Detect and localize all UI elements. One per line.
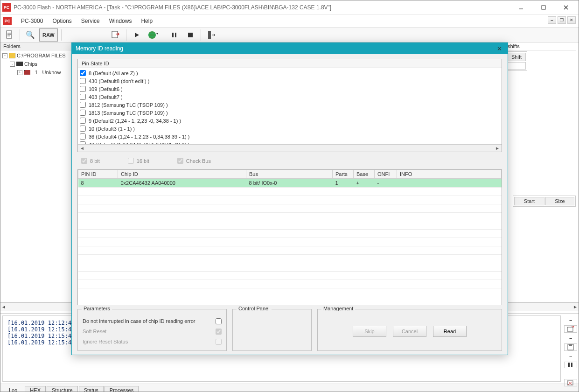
- param-no-interrupt-checkbox[interactable]: [216, 318, 222, 324]
- pin-state-item[interactable]: 1812 (Samsung TLC (TSOP 109) ): [80, 101, 500, 109]
- param-ignore-reset-checkbox[interactable]: [216, 339, 222, 345]
- svg-rect-16: [568, 363, 570, 367]
- col-chip[interactable]: Chip ID: [118, 170, 246, 179]
- pin-state-list: Pin State ID 8 (Default (All are Z) )430…: [77, 59, 502, 152]
- tree-root[interactable]: - C:\PROGRAM FILES: [2, 51, 73, 60]
- pin-state-label: 1813 (Samsung TLC (TSOP 109) ): [89, 110, 168, 116]
- pin-state-item[interactable]: 8 (Default (All are Z) ): [80, 69, 500, 77]
- size-col[interactable]: Size: [545, 197, 574, 205]
- opt-16bit[interactable]: 16 bit: [128, 158, 149, 164]
- tree-node1-label: - 1 - Unknow: [32, 70, 61, 75]
- shift-col[interactable]: Shift: [507, 53, 526, 61]
- pin-state-item[interactable]: 1813 (Samsung TLC (TSOP 109) ): [80, 109, 500, 117]
- toolbar-globe-button[interactable]: [146, 28, 160, 42]
- chip-id-table[interactable]: PIN ID Chip ID Bus Parts Base ONFI INFO …: [77, 169, 502, 305]
- pin-state-checkbox[interactable]: [80, 110, 86, 116]
- shifts-panel: shifts Shift: [506, 42, 576, 71]
- tree-chips[interactable]: - Chips: [2, 60, 73, 68]
- tab-log[interactable]: Log: [4, 386, 24, 392]
- management-title: Management: [321, 306, 355, 311]
- toolbar-raw-button[interactable]: RAW: [39, 28, 58, 42]
- toolbar: 🔍 RAW: [0, 28, 579, 42]
- pin-state-item[interactable]: 43 (Default5(1,24,34,35,38-1;2,23,25,48-…: [80, 140, 500, 144]
- pin-state-checkbox[interactable]: [80, 86, 86, 92]
- pin-state-checkbox[interactable]: [80, 78, 86, 84]
- menu-windows[interactable]: Windows: [105, 16, 137, 26]
- log-clear-button[interactable]: [564, 379, 577, 386]
- log-pause-button[interactable]: [564, 362, 577, 368]
- pin-state-items[interactable]: 8 (Default (All are Z) )430 (Default8 (d…: [78, 68, 502, 144]
- tab-hex[interactable]: HEX: [25, 386, 46, 392]
- tree-node-1[interactable]: + - 1 - Unknow: [2, 68, 73, 77]
- clear-icon: [567, 379, 574, 386]
- pin-state-header[interactable]: Pin State ID: [78, 59, 502, 68]
- log-save-button[interactable]: [564, 343, 577, 351]
- opt-checkbus-checkbox[interactable]: [177, 158, 183, 164]
- toolbar-stop-button[interactable]: [183, 28, 197, 42]
- opt-8bit[interactable]: 8 bit: [81, 158, 100, 164]
- toolbar-pause-button[interactable]: [167, 28, 181, 42]
- pin-state-item[interactable]: 9 (Default2 (1,24 - 1, 2,23 -0, 34,38 - …: [80, 117, 500, 125]
- param-soft-reset-checkbox[interactable]: [216, 329, 222, 335]
- mdi-close-button[interactable]: ✕: [567, 16, 576, 24]
- pin-state-checkbox[interactable]: [80, 102, 86, 108]
- log-open-button[interactable]: [564, 325, 577, 333]
- menu-options[interactable]: Options: [48, 16, 76, 26]
- h-scrollbar[interactable]: ◄►: [78, 144, 502, 152]
- col-onfi[interactable]: ONFI: [375, 170, 397, 179]
- pin-state-item[interactable]: 109 (Default6 ): [80, 85, 500, 93]
- bottom-tabs: Log HEX Structure Status Processes: [0, 384, 579, 392]
- menu-help[interactable]: Help: [136, 16, 157, 26]
- tab-structure[interactable]: Structure: [47, 386, 78, 392]
- pin-state-item[interactable]: 430 (Default8 (don't edit!) ): [80, 77, 500, 85]
- toolbar-exit-button[interactable]: [204, 28, 218, 42]
- menu-pc3000[interactable]: PC-3000: [16, 16, 48, 26]
- tree-collapse-icon[interactable]: -: [2, 53, 7, 58]
- toolbar-export-button[interactable]: [109, 28, 123, 42]
- opt-checkbus[interactable]: Check Bus: [177, 158, 211, 164]
- toolbar-document-button[interactable]: [2, 28, 16, 42]
- pin-state-checkbox[interactable]: [80, 133, 86, 140]
- pin-state-item[interactable]: 36 (Default4 (1,24 - 1,2,23 - 0,34,38,39…: [80, 133, 500, 140]
- tab-status[interactable]: Status: [79, 386, 104, 392]
- maximize-button[interactable]: [533, 1, 554, 14]
- menu-service[interactable]: Service: [77, 16, 105, 26]
- pin-state-item[interactable]: 10 (Default3 (1 - 1) ): [80, 125, 500, 133]
- dialog-close-button[interactable]: ✕: [495, 44, 504, 53]
- col-info[interactable]: INFO: [397, 170, 502, 179]
- opt-16bit-checkbox[interactable]: [128, 158, 134, 164]
- pin-state-checkbox[interactable]: [80, 118, 86, 124]
- minimize-button[interactable]: [510, 1, 532, 14]
- pin-state-label: 8 (Default (All are Z) ): [89, 70, 138, 76]
- param-no-interrupt-label: Do not interrupted in case of chip ID re…: [83, 318, 195, 324]
- skip-button[interactable]: Skip: [353, 326, 386, 337]
- col-bus[interactable]: Bus: [246, 170, 333, 179]
- start-col[interactable]: Start: [514, 197, 544, 205]
- window-title: PC-3000 Flash - NORTH AMERICA - [Task - …: [14, 4, 510, 11]
- close-button[interactable]: [555, 1, 577, 14]
- opt-8bit-checkbox[interactable]: [81, 158, 87, 164]
- toolbar-binoculars-button[interactable]: 🔍: [23, 28, 37, 42]
- tree-expand-icon[interactable]: +: [17, 70, 22, 75]
- folder-tree[interactable]: - C:\PROGRAM FILES - Chips + - 1 - Unkno…: [0, 50, 75, 302]
- mdi-minimize-button[interactable]: ‒: [548, 16, 556, 24]
- table-row[interactable]: 8 0x2CA46432 AA040000 8 bit/ IO0x-0 1 + …: [78, 179, 502, 188]
- read-button[interactable]: Read: [433, 326, 467, 337]
- cancel-button[interactable]: Cancel: [393, 326, 426, 337]
- folder-icon: [9, 53, 15, 58]
- tree-collapse-icon[interactable]: -: [10, 62, 15, 67]
- pin-state-checkbox[interactable]: [80, 94, 86, 100]
- mdi-restore-button[interactable]: ❐: [558, 16, 566, 24]
- col-base[interactable]: Base: [354, 170, 375, 179]
- pin-state-checkbox[interactable]: [80, 126, 86, 132]
- pin-state-checkbox[interactable]: [80, 70, 86, 76]
- pin-state-item[interactable]: 403 (Default7 ): [80, 93, 500, 101]
- toolbar-play-button[interactable]: [130, 28, 144, 42]
- tab-processes[interactable]: Processes: [105, 386, 139, 392]
- svg-rect-5: [112, 31, 118, 38]
- col-parts[interactable]: Parts: [333, 170, 354, 179]
- dialog-titlebar[interactable]: Memory ID reading ✕: [72, 43, 508, 54]
- col-pin[interactable]: PIN ID: [78, 170, 118, 179]
- svg-rect-11: [188, 33, 193, 37]
- parameters-group: Parameters Do not interrupted in case of…: [77, 309, 227, 351]
